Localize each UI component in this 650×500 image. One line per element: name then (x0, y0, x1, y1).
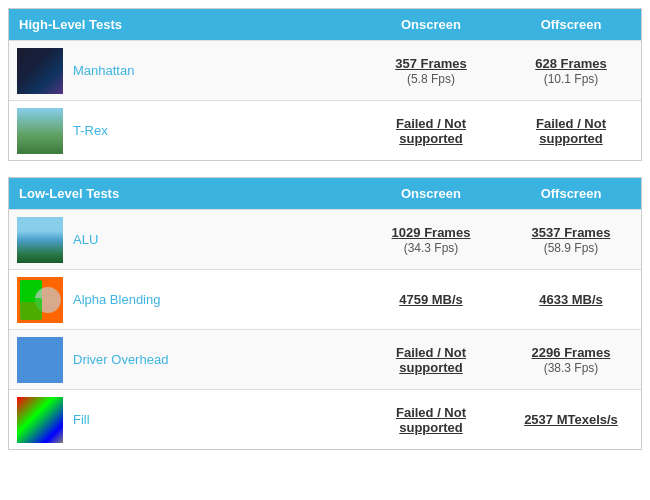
offscreen-main-fill: 2537 MTexels/s (509, 412, 633, 427)
col-offscreen-label-low-level: Offscreen (501, 178, 641, 209)
onscreen-main-alu: 1029 Frames (369, 225, 493, 240)
test-row-fill: FillFailed / Not supported2537 MTexels/s (9, 389, 641, 449)
test-row-manhattan: Manhattan357 Frames(5.8 Fps)628 Frames(1… (9, 40, 641, 100)
test-name-cell-trex: T-Rex (9, 102, 361, 160)
test-thumb-driveroverhead (17, 337, 63, 383)
test-label-alphablending: Alpha Blending (73, 292, 160, 307)
onscreen-result-trex: Failed / Not supported (361, 110, 501, 152)
test-label-driveroverhead: Driver Overhead (73, 352, 168, 367)
offscreen-main-alphablending: 4633 MB/s (509, 292, 633, 307)
onscreen-failed-driveroverhead: Failed / Not supported (369, 345, 493, 375)
test-name-cell-manhattan: Manhattan (9, 42, 361, 100)
test-thumb-fill (17, 397, 63, 443)
section-title-high-level: High-Level Tests (9, 9, 361, 40)
offscreen-failed-trex: Failed / Not supported (509, 116, 633, 146)
offscreen-main-driveroverhead: 2296 Frames (509, 345, 633, 360)
onscreen-sub-alu: (34.3 Fps) (404, 241, 459, 255)
section-title-low-level: Low-Level Tests (9, 178, 361, 209)
section-header-low-level: Low-Level TestsOnscreenOffscreen (9, 178, 641, 209)
offscreen-result-driveroverhead: 2296 Frames(38.3 Fps) (501, 339, 641, 381)
test-label-fill: Fill (73, 412, 90, 427)
test-label-manhattan: Manhattan (73, 63, 134, 78)
test-name-cell-fill: Fill (9, 391, 361, 449)
col-onscreen-label-high-level: Onscreen (361, 9, 501, 40)
test-name-cell-alu: ALU (9, 211, 361, 269)
onscreen-result-manhattan: 357 Frames(5.8 Fps) (361, 50, 501, 92)
onscreen-result-alphablending: 4759 MB/s (361, 286, 501, 313)
col-offscreen-label-high-level: Offscreen (501, 9, 641, 40)
onscreen-failed-trex: Failed / Not supported (369, 116, 493, 146)
offscreen-main-manhattan: 628 Frames (509, 56, 633, 71)
offscreen-result-trex: Failed / Not supported (501, 110, 641, 152)
onscreen-failed-fill: Failed / Not supported (369, 405, 493, 435)
test-name-cell-alphablending: Alpha Blending (9, 271, 361, 329)
section-low-level: Low-Level TestsOnscreenOffscreenALU1029 … (8, 177, 642, 450)
test-thumb-manhattan (17, 48, 63, 94)
offscreen-sub-alu: (58.9 Fps) (544, 241, 599, 255)
offscreen-result-fill: 2537 MTexels/s (501, 406, 641, 433)
test-row-driveroverhead: Driver OverheadFailed / Not supported229… (9, 329, 641, 389)
offscreen-sub-manhattan: (10.1 Fps) (544, 72, 599, 86)
section-header-high-level: High-Level TestsOnscreenOffscreen (9, 9, 641, 40)
onscreen-main-alphablending: 4759 MB/s (369, 292, 493, 307)
onscreen-main-manhattan: 357 Frames (369, 56, 493, 71)
onscreen-result-alu: 1029 Frames(34.3 Fps) (361, 219, 501, 261)
test-row-trex: T-RexFailed / Not supportedFailed / Not … (9, 100, 641, 160)
onscreen-result-fill: Failed / Not supported (361, 399, 501, 441)
test-label-trex: T-Rex (73, 123, 108, 138)
onscreen-result-driveroverhead: Failed / Not supported (361, 339, 501, 381)
offscreen-result-alphablending: 4633 MB/s (501, 286, 641, 313)
offscreen-main-alu: 3537 Frames (509, 225, 633, 240)
test-label-alu: ALU (73, 232, 98, 247)
test-thumb-alphablending (17, 277, 63, 323)
offscreen-result-alu: 3537 Frames(58.9 Fps) (501, 219, 641, 261)
test-thumb-trex (17, 108, 63, 154)
test-row-alphablending: Alpha Blending4759 MB/s4633 MB/s (9, 269, 641, 329)
section-high-level: High-Level TestsOnscreenOffscreenManhatt… (8, 8, 642, 161)
col-onscreen-label-low-level: Onscreen (361, 178, 501, 209)
test-name-cell-driveroverhead: Driver Overhead (9, 331, 361, 389)
test-thumb-alu (17, 217, 63, 263)
offscreen-sub-driveroverhead: (38.3 Fps) (544, 361, 599, 375)
onscreen-sub-manhattan: (5.8 Fps) (407, 72, 455, 86)
test-row-alu: ALU1029 Frames(34.3 Fps)3537 Frames(58.9… (9, 209, 641, 269)
offscreen-result-manhattan: 628 Frames(10.1 Fps) (501, 50, 641, 92)
